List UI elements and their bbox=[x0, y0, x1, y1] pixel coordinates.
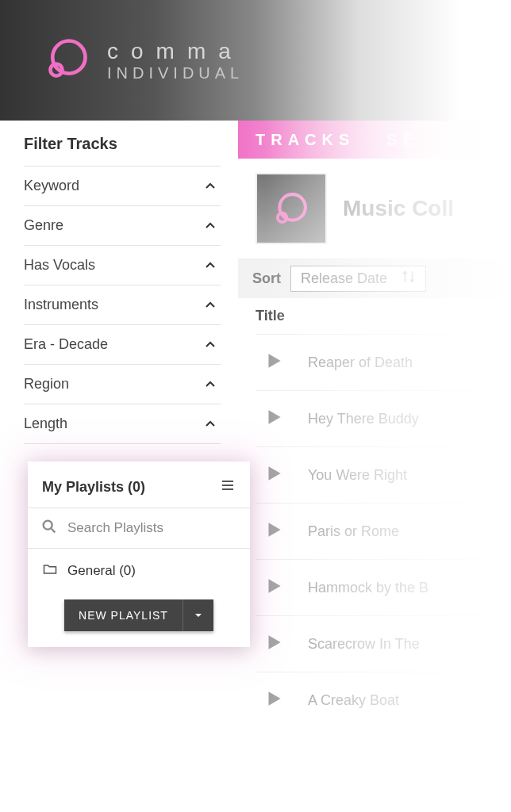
chevron-up-icon bbox=[203, 298, 217, 312]
tab-tracks[interactable]: TRACKS bbox=[256, 131, 355, 149]
search-icon bbox=[40, 518, 58, 538]
track-row[interactable]: You Were Right bbox=[256, 446, 494, 503]
playlist-actions: NEW PLAYLIST bbox=[28, 593, 250, 647]
chevron-up-icon bbox=[203, 377, 217, 392]
collection-header: Music Coll bbox=[238, 159, 511, 259]
filter-has-vocals[interactable]: Has Vocals bbox=[24, 246, 221, 285]
sort-bar: Sort Release Date bbox=[238, 259, 511, 298]
filter-length[interactable]: Length bbox=[24, 404, 221, 444]
play-icon[interactable] bbox=[263, 463, 284, 487]
filter-label: Era - Decade bbox=[24, 336, 108, 353]
svg-point-2 bbox=[279, 194, 305, 220]
playlists-search bbox=[28, 508, 250, 549]
collection-title: Music Coll bbox=[343, 196, 454, 221]
brand-name: comma bbox=[107, 39, 244, 64]
column-title: Title bbox=[238, 298, 511, 334]
sort-value: Release Date bbox=[301, 270, 387, 287]
chevron-up-icon bbox=[203, 338, 217, 352]
svg-point-3 bbox=[278, 213, 286, 222]
track-row[interactable]: Scarecrow In The bbox=[256, 615, 494, 672]
filter-label: Region bbox=[24, 376, 69, 393]
track-row[interactable]: Hey There Buddy bbox=[256, 390, 494, 446]
chevron-up-icon bbox=[203, 259, 217, 273]
filter-label: Keyword bbox=[24, 178, 79, 194]
playlists-search-input[interactable] bbox=[67, 520, 237, 536]
filter-label: Genre bbox=[24, 217, 63, 234]
filter-genre[interactable]: Genre bbox=[24, 206, 221, 246]
filter-label: Instruments bbox=[24, 297, 98, 313]
playlists-panel: My Playlists (0) General (0) NEW PLAYLIS… bbox=[28, 462, 250, 647]
svg-point-0 bbox=[52, 41, 85, 74]
chevron-up-icon bbox=[203, 179, 217, 193]
track-list: Reaper of Death Hey There Buddy You Were… bbox=[238, 334, 511, 728]
sort-icon bbox=[402, 270, 416, 288]
collection-thumbnail bbox=[256, 173, 327, 244]
filter-label: Length bbox=[24, 416, 67, 432]
playlists-title: My Playlists (0) bbox=[42, 479, 145, 496]
menu-icon[interactable] bbox=[220, 477, 236, 496]
new-playlist-button[interactable]: NEW PLAYLIST bbox=[64, 599, 182, 631]
playlist-folder-general[interactable]: General (0) bbox=[28, 549, 250, 593]
filter-label: Has Vocals bbox=[24, 257, 95, 274]
track-title: Scarecrow In The bbox=[308, 636, 420, 653]
track-title: Paris or Rome bbox=[308, 523, 399, 540]
track-title: Reaper of Death bbox=[308, 354, 413, 371]
filter-era-decade[interactable]: Era - Decade bbox=[24, 325, 221, 365]
play-icon[interactable] bbox=[263, 632, 284, 656]
play-icon[interactable] bbox=[263, 688, 284, 712]
top-tabs: TRACKS SE bbox=[238, 121, 511, 159]
filter-instruments[interactable]: Instruments bbox=[24, 285, 221, 325]
new-playlist-dropdown[interactable] bbox=[182, 599, 213, 631]
track-row[interactable]: Hammock by the B bbox=[256, 559, 494, 615]
chevron-up-icon bbox=[203, 417, 217, 431]
main-content: TRACKS SE Music Coll Sort Release Date T… bbox=[238, 121, 511, 812]
filter-region[interactable]: Region bbox=[24, 365, 221, 404]
playlists-header: My Playlists (0) bbox=[28, 462, 250, 508]
play-icon[interactable] bbox=[263, 576, 284, 599]
logo-wrap: comma INDIVIDUAL bbox=[44, 35, 244, 86]
folder-icon bbox=[42, 561, 58, 580]
track-row[interactable]: A Creaky Boat bbox=[256, 672, 494, 728]
play-icon[interactable] bbox=[263, 350, 284, 374]
sort-select[interactable]: Release Date bbox=[290, 266, 426, 292]
play-icon[interactable] bbox=[263, 407, 284, 431]
track-title: You Were Right bbox=[308, 467, 407, 484]
play-icon[interactable] bbox=[263, 519, 284, 543]
track-row[interactable]: Paris or Rome bbox=[256, 503, 494, 559]
chevron-up-icon bbox=[203, 219, 217, 233]
svg-point-4 bbox=[44, 521, 52, 530]
track-title: Hammock by the B bbox=[308, 580, 428, 596]
tab-second[interactable]: SE bbox=[386, 131, 419, 149]
brand-tier: INDIVIDUAL bbox=[107, 64, 244, 82]
filter-keyword[interactable]: Keyword bbox=[24, 167, 221, 206]
sort-label: Sort bbox=[252, 270, 281, 287]
track-title: Hey There Buddy bbox=[308, 411, 419, 427]
playlist-folder-label: General (0) bbox=[67, 563, 136, 579]
app-header: comma INDIVIDUAL bbox=[0, 0, 511, 121]
sidebar-title: Filter Tracks bbox=[24, 135, 221, 167]
track-row[interactable]: Reaper of Death bbox=[256, 334, 494, 390]
track-title: A Creaky Boat bbox=[308, 692, 399, 709]
logo-icon bbox=[44, 35, 91, 86]
